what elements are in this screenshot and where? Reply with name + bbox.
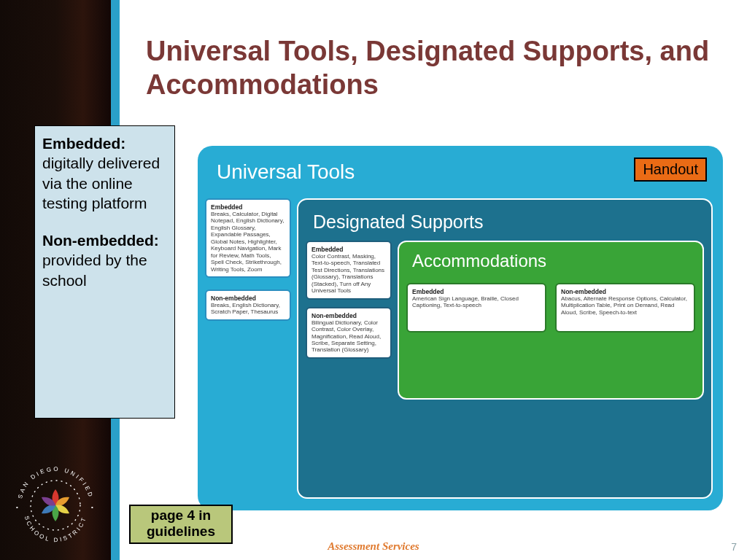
ut-embedded-body: Breaks, Calculator, Digital Notepad, Eng…: [211, 211, 285, 273]
district-logo: SAN DIEGO UNIFIED SCHOOL DISTRICT • •: [7, 461, 104, 550]
ut-nonembedded-card: Non-embedded Breaks, English Dictionary,…: [205, 289, 291, 321]
universal-tools-cards: Embedded Breaks, Calculator, Digital Not…: [205, 198, 291, 321]
page-reference-note: page 4 in guidelines: [129, 505, 233, 544]
nested-diagram-universal-tools: Handout Universal Tools Embedded Breaks,…: [198, 146, 723, 510]
acc-nonembedded-card: Non-embedded Abacus, Alternate Response …: [555, 283, 695, 332]
designated-supports-cards: Embedded Color Contrast, Masking, Text-t…: [306, 241, 392, 359]
definition-nonembedded-heading: Non-embedded:: [42, 232, 159, 249]
ds-nonembedded-card: Non-embedded Bilingual Dictionary, Color…: [306, 307, 392, 359]
svg-text:•: •: [91, 504, 93, 510]
acc-embedded-title: Embedded: [412, 288, 541, 295]
district-logo-svg: SAN DIEGO UNIFIED SCHOOL DISTRICT • •: [8, 458, 103, 553]
acc-embedded-card: Embedded American Sign Language, Braille…: [406, 283, 546, 332]
ds-nonembedded-title: Non-embedded: [311, 312, 386, 319]
definition-nonembedded-body: provided by the school: [42, 252, 147, 288]
ds-embedded-card: Embedded Color Contrast, Masking, Text-t…: [306, 241, 392, 300]
ds-embedded-body: Color Contrast, Masking, Text-to-speech,…: [311, 253, 386, 295]
footer-assessment-label: Assessment Services: [0, 540, 747, 553]
acc-nonembedded-body: Abacus, Alternate Response Options, Calc…: [561, 295, 689, 316]
accommodations-cards: Embedded American Sign Language, Braille…: [406, 283, 695, 332]
definition-embedded-heading: Embedded:: [42, 135, 125, 152]
definitions-callout: Embedded: digitally delivered via the on…: [34, 125, 175, 419]
ut-embedded-card: Embedded Breaks, Calculator, Digital Not…: [205, 198, 291, 278]
ut-embedded-title: Embedded: [211, 203, 285, 211]
ut-nonembedded-title: Non-embedded: [211, 295, 285, 302]
definition-embedded-body: digitally delivered via the online testi…: [42, 155, 160, 211]
definition-embedded: Embedded: digitally delivered via the on…: [42, 133, 167, 213]
accommodations-label: Accommodations: [412, 251, 694, 271]
designated-supports-label: Designated Supports: [313, 211, 701, 233]
page-reference-line2: guidelines: [147, 524, 215, 539]
definition-nonembedded: Non-embedded: provided by the school: [42, 230, 167, 290]
ds-embedded-title: Embedded: [311, 246, 386, 253]
designated-supports-box: Designated Supports Embedded Color Contr…: [297, 198, 713, 499]
page-reference-line1: page 4 in: [151, 508, 211, 523]
handout-badge: Handout: [634, 158, 707, 182]
acc-nonembedded-title: Non-embedded: [561, 288, 689, 295]
slide-title: Universal Tools, Designated Supports, an…: [146, 35, 747, 101]
page-number: 7: [731, 541, 737, 553]
ut-nonembedded-body: Breaks, English Dictionary, Scratch Pape…: [211, 302, 285, 316]
svg-text:•: •: [16, 504, 18, 510]
acc-embedded-body: American Sign Language, Braille, Closed …: [412, 295, 541, 309]
accommodations-box: Accommodations Embedded American Sign La…: [398, 241, 704, 400]
ds-nonembedded-body: Bilingual Dictionary, Color Contrast, Co…: [311, 319, 386, 354]
